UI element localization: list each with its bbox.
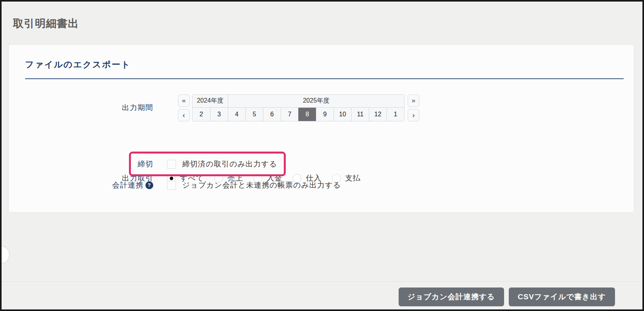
footer-divider <box>2 281 642 282</box>
prev-month-button[interactable]: ‹ <box>178 109 190 121</box>
deadline-checkbox[interactable] <box>167 160 176 169</box>
card-title: ファイルのエクスポート <box>25 59 624 79</box>
footer-action-bar: ジョブカン会計連携する CSVファイルで書き出す <box>399 287 615 306</box>
year-header-row: 2024年度 2025年度 <box>192 95 404 108</box>
month-cell-4[interactable]: 4 <box>228 108 245 121</box>
next-month-button[interactable]: › <box>408 109 419 121</box>
help-icon[interactable]: ? <box>145 181 153 189</box>
month-row: 2 3 4 5 6 7 8 9 10 11 12 1 <box>192 108 404 121</box>
accounting-link-label: 会計連携 ? <box>9 180 153 190</box>
deadline-checkbox-label[interactable]: 締切済の取引のみ出力する <box>182 159 277 169</box>
month-cell-3[interactable]: 3 <box>210 108 228 121</box>
prev-year-button[interactable]: « <box>178 94 190 107</box>
csv-export-button[interactable]: CSVファイルで書き出す <box>509 287 615 306</box>
month-cell-6[interactable]: 6 <box>263 108 281 121</box>
accounting-link-row: 会計連携 ? ジョブカン会計と未連携の帳票のみ出力する <box>9 177 634 194</box>
month-cell-9[interactable]: 9 <box>316 108 334 121</box>
accounting-link-checkbox[interactable] <box>167 181 176 190</box>
output-period-label: 出力期間 <box>9 103 153 113</box>
month-cell-2[interactable]: 2 <box>192 108 210 121</box>
month-cell-5[interactable]: 5 <box>245 108 263 121</box>
page-title: 取引明細書出 <box>13 16 79 31</box>
export-card: ファイルのエクスポート 出力期間 « ‹ 2024年度 2025年度 2 3 4… <box>8 44 634 213</box>
year-cell-2024[interactable]: 2024年度 <box>192 95 228 107</box>
double-chevron-right-icon: » <box>412 97 415 104</box>
month-cell-12[interactable]: 12 <box>369 108 386 121</box>
month-cell-1[interactable]: 1 <box>386 108 404 121</box>
deadline-row: 締切 締切済の取引のみ出力する <box>9 153 634 175</box>
month-cell-7[interactable]: 7 <box>281 108 298 121</box>
next-year-button[interactable]: » <box>408 94 419 107</box>
month-cell-10[interactable]: 10 <box>334 108 351 121</box>
month-cell-11[interactable]: 11 <box>351 108 369 121</box>
period-grid: 2024年度 2025年度 2 3 4 5 6 7 8 9 10 11 12 1 <box>192 94 405 121</box>
period-picker: « ‹ 2024年度 2025年度 2 3 4 5 6 7 8 9 10 <box>178 94 419 121</box>
sidebar-toggle-handle[interactable] <box>1 246 9 264</box>
transaction-export-page: { "page": { "title": "取引明細書出" }, "card":… <box>0 0 644 311</box>
output-period-row: 出力期間 « ‹ 2024年度 2025年度 2 3 4 5 6 7 8 <box>9 94 634 121</box>
deadline-label: 締切 <box>9 159 153 169</box>
chevron-left-icon: ‹ <box>183 111 185 119</box>
month-cell-8-selected[interactable]: 8 <box>298 108 316 121</box>
chevron-right-icon: › <box>412 111 415 119</box>
accounting-link-checkbox-label[interactable]: ジョブカン会計と未連携の帳票のみ出力する <box>182 180 341 190</box>
double-chevron-left-icon: « <box>182 97 185 104</box>
year-cell-2025[interactable]: 2025年度 <box>228 95 404 107</box>
jobcan-accounting-link-button[interactable]: ジョブカン会計連携する <box>399 287 504 306</box>
